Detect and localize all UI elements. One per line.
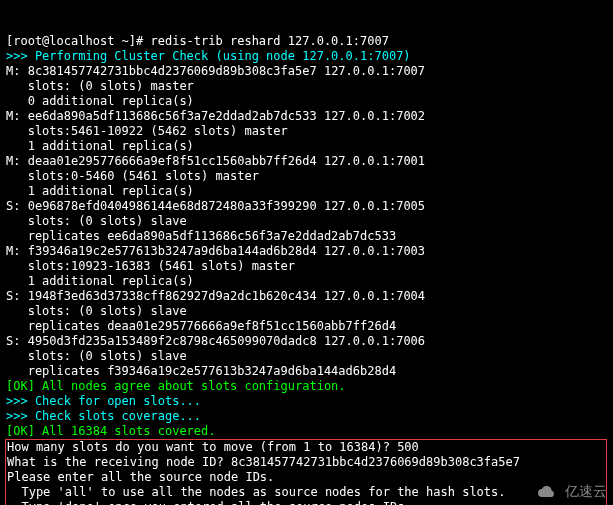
- node-slots: slots: (0 slots) slave: [6, 349, 187, 363]
- node-line: M: ee6da890a5df113686c56f3a7e2ddad2ab7dc…: [6, 109, 425, 123]
- node-slots: slots:10923-16383 (5461 slots) master: [6, 259, 295, 273]
- node-line: S: 4950d3fd235a153489f2c8798c465099070da…: [6, 334, 425, 348]
- check-open-line: >>> Check for open slots...: [6, 394, 201, 408]
- node-line: M: deaa01e295776666a9ef8f51cc1560abb7ff2…: [6, 154, 425, 168]
- prompt-receiving-id: What is the receiving node ID?: [7, 455, 231, 469]
- answer-move-slots: 500: [397, 440, 419, 454]
- node-line: S: 1948f3ed63d37338cff862927d9a2dc1b620c…: [6, 289, 425, 303]
- ok-nodes-line: [OK] All nodes agree about slots configu…: [6, 379, 346, 393]
- terminal[interactable]: [root@localhost ~]# redis-trib reshard 1…: [0, 0, 613, 505]
- highlight-box-1: How many slots do you want to move (from…: [5, 439, 607, 505]
- watermark: 亿速云: [537, 484, 607, 499]
- node-extra: replicates deaa01e295776666a9ef8f51cc156…: [6, 319, 396, 333]
- check-coverage-line: >>> Check slots coverage...: [6, 409, 201, 423]
- node-extra: 0 additional replica(s): [6, 94, 194, 108]
- node-slots: slots:0-5460 (5461 slots) master: [6, 169, 259, 183]
- shell-command: redis-trib reshard 127.0.0.1:7007: [151, 34, 389, 48]
- prompt-enter-source: Please enter all the source node IDs.: [7, 470, 274, 484]
- performing-check-line: >>> Performing Cluster Check (using node…: [6, 49, 411, 63]
- node-extra: 1 additional replica(s): [6, 274, 194, 288]
- ok-slots-line: [OK] All 16384 slots covered.: [6, 424, 216, 438]
- node-line: S: 0e96878efd0404986144e68d872480a33f399…: [6, 199, 425, 213]
- node-slots: slots:5461-10922 (5462 slots) master: [6, 124, 288, 138]
- node-extra: replicates ee6da890a5df113686c56f3a7e2dd…: [6, 229, 396, 243]
- node-extra: 1 additional replica(s): [6, 139, 194, 153]
- cloud-icon: [537, 485, 557, 499]
- node-line: M: f39346a19c2e577613b3247a9d6ba144ad6b2…: [6, 244, 425, 258]
- node-extra: replicates f39346a19c2e577613b3247a9d6ba…: [6, 364, 396, 378]
- garbled-header: [6, 19, 606, 33]
- node-slots: slots: (0 slots) slave: [6, 214, 187, 228]
- shell-prompt: [root@localhost ~]#: [6, 34, 151, 48]
- hint-all: Type 'all' to use all the nodes as sourc…: [7, 485, 506, 499]
- node-slots: slots: (0 slots) slave: [6, 304, 187, 318]
- prompt-move-slots: How many slots do you want to move (from…: [7, 440, 397, 454]
- node-slots: slots: (0 slots) master: [6, 79, 194, 93]
- hint-done: Type 'done' once you entered all the sou…: [7, 500, 412, 505]
- node-extra: 1 additional replica(s): [6, 184, 194, 198]
- node-line: M: 8c381457742731bbc4d2376069d89b308c3fa…: [6, 64, 425, 78]
- answer-receiving-id: 8c381457742731bbc4d2376069d89b308c3fa5e7: [231, 455, 520, 469]
